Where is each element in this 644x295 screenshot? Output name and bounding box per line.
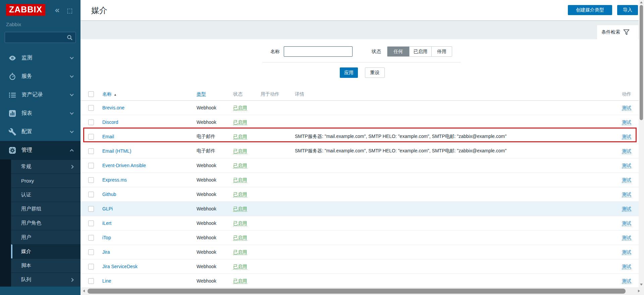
vertical-scroll-thumb[interactable] <box>640 5 643 120</box>
row-checkbox[interactable] <box>88 163 94 168</box>
row-checkbox[interactable] <box>88 134 94 140</box>
status-enabled-link[interactable]: 已启用 <box>233 221 247 226</box>
page-title: 媒介 <box>91 5 107 16</box>
status-enabled-link[interactable]: 已启用 <box>233 192 247 197</box>
media-type-name-link[interactable]: iLert <box>102 220 111 226</box>
search-input[interactable] <box>5 32 75 43</box>
submenu-item-users[interactable]: 用户 <box>11 230 80 244</box>
row-checkbox[interactable] <box>88 278 94 284</box>
row-checkbox[interactable] <box>88 177 94 183</box>
test-link[interactable]: 测试 <box>622 250 631 255</box>
horizontal-scroll-thumb[interactable] <box>88 289 626 294</box>
used-in-actions-header: 用于动作 <box>261 91 295 97</box>
popout-icon[interactable] <box>67 9 72 13</box>
test-link[interactable]: 测试 <box>622 235 631 241</box>
submenu-item-authentication[interactable]: 认证 <box>11 188 80 202</box>
table-row: Github Webhook 已启用 测试 <box>80 187 639 202</box>
status-enabled-link[interactable]: 已启用 <box>233 250 247 255</box>
details-cell: SMTP服务器: "mail.example.com", SMTP HELO: … <box>295 134 606 140</box>
test-link[interactable]: 测试 <box>622 279 631 284</box>
status-enabled-link[interactable]: 已启用 <box>233 279 247 284</box>
create-media-type-button[interactable]: 创建媒介类型 <box>568 5 612 15</box>
submenu-item-user-groups[interactable]: 用户群组 <box>11 202 80 216</box>
apply-button[interactable]: 应用 <box>340 67 358 78</box>
scroll-up-arrow[interactable] <box>640 1 643 3</box>
status-option-enabled[interactable]: 已启用 <box>410 47 432 56</box>
row-checkbox[interactable] <box>88 105 94 111</box>
submenu-item-general[interactable]: 常规 <box>11 159 80 174</box>
submenu-item-scripts[interactable]: 脚本 <box>11 258 80 273</box>
media-type-type: Webhook <box>197 105 233 110</box>
submenu-item-proxy[interactable]: Proxy <box>11 174 80 188</box>
sidebar-item-administration[interactable]: 管理 <box>0 141 80 159</box>
filter-tab[interactable]: 条件检索 <box>597 25 638 39</box>
name-filter-input[interactable] <box>284 46 353 57</box>
test-link[interactable]: 测试 <box>622 192 631 197</box>
media-type-name-link[interactable]: Github <box>102 192 116 197</box>
horizontal-scrollbar[interactable] <box>81 287 644 295</box>
media-type-name-link[interactable]: Discord <box>102 119 118 125</box>
sidebar-item-monitoring[interactable]: 监测 <box>0 49 80 67</box>
media-type-name-link[interactable]: Jira ServiceDesk <box>102 264 138 269</box>
submenu-item-queue[interactable]: 队列 <box>11 273 80 287</box>
media-type-name-link[interactable]: Email (HTML) <box>102 148 131 154</box>
media-type-name-link[interactable]: Event-Driven Ansible <box>102 163 146 168</box>
status-enabled-link[interactable]: 已启用 <box>233 134 247 140</box>
sidebar: ZABBIX « Zabbix 监测 服务 资产记录 <box>0 0 80 295</box>
sort-asc-icon: ▲ <box>114 93 117 96</box>
status-enabled-link[interactable]: 已启用 <box>233 149 247 154</box>
vertical-scrollbar[interactable] <box>639 0 644 287</box>
submenu-item-user-roles[interactable]: 用户角色 <box>11 216 80 230</box>
row-checkbox[interactable] <box>88 264 94 269</box>
test-link[interactable]: 测试 <box>622 134 631 140</box>
sidebar-item-inventory[interactable]: 资产记录 <box>0 86 80 104</box>
status-enabled-link[interactable]: 已启用 <box>233 235 247 241</box>
sidebar-item-reports[interactable]: 报表 <box>0 104 80 122</box>
status-option-disabled[interactable]: 停用 <box>432 47 452 56</box>
status-enabled-link[interactable]: 已启用 <box>233 206 247 212</box>
row-checkbox[interactable] <box>88 119 94 125</box>
scroll-left-arrow[interactable] <box>83 290 85 292</box>
media-type-name-link[interactable]: Email <box>102 134 114 139</box>
test-link[interactable]: 测试 <box>622 206 631 212</box>
row-checkbox[interactable] <box>88 235 94 241</box>
reset-button[interactable]: 重设 <box>365 67 385 78</box>
test-link[interactable]: 测试 <box>622 149 631 154</box>
import-button[interactable]: 导入 <box>617 5 638 15</box>
test-link[interactable]: 测试 <box>622 178 631 183</box>
row-checkbox[interactable] <box>88 249 94 255</box>
sort-by-type-header[interactable]: 类型 <box>197 91 206 97</box>
sort-by-name-header[interactable]: 名称 <box>102 91 112 97</box>
media-type-name-link[interactable]: Brevis.one <box>102 105 124 110</box>
status-option-any[interactable]: 任何 <box>387 47 410 56</box>
test-link[interactable]: 测试 <box>622 264 631 269</box>
status-enabled-link[interactable]: 已启用 <box>233 120 247 125</box>
media-type-name-link[interactable]: iTop <box>102 235 111 240</box>
status-enabled-link[interactable]: 已启用 <box>233 105 247 111</box>
row-checkbox[interactable] <box>88 206 94 212</box>
test-link[interactable]: 测试 <box>622 105 631 111</box>
sidebar-search[interactable] <box>5 32 76 43</box>
test-link[interactable]: 测试 <box>622 120 631 125</box>
row-checkbox[interactable] <box>88 148 94 154</box>
sidebar-item-configuration[interactable]: 配置 <box>0 122 80 141</box>
media-type-name-link[interactable]: Line <box>102 278 111 284</box>
scroll-down-arrow[interactable] <box>640 284 643 286</box>
test-link[interactable]: 测试 <box>622 163 631 168</box>
submenu-item-media-types[interactable]: 媒介 <box>11 244 80 258</box>
table-row: Email 电子邮件 已启用 SMTP服务器: "mail.example.co… <box>80 130 639 144</box>
media-type-name-link[interactable]: Express.ms <box>102 177 127 183</box>
collapse-sidebar-icon[interactable]: « <box>55 6 59 14</box>
sidebar-item-services[interactable]: 服务 <box>0 67 80 86</box>
scroll-right-arrow[interactable] <box>638 290 640 292</box>
media-type-name-link[interactable]: GLPi <box>102 206 113 211</box>
status-enabled-link[interactable]: 已启用 <box>233 264 247 269</box>
row-checkbox[interactable] <box>88 192 94 197</box>
media-type-name-link[interactable]: Jira <box>102 249 110 255</box>
chevron-right-icon <box>70 278 73 282</box>
test-link[interactable]: 测试 <box>622 221 631 226</box>
status-enabled-link[interactable]: 已启用 <box>233 163 247 168</box>
status-enabled-link[interactable]: 已启用 <box>233 178 247 183</box>
row-checkbox[interactable] <box>88 220 94 226</box>
select-all-checkbox[interactable] <box>88 91 94 97</box>
